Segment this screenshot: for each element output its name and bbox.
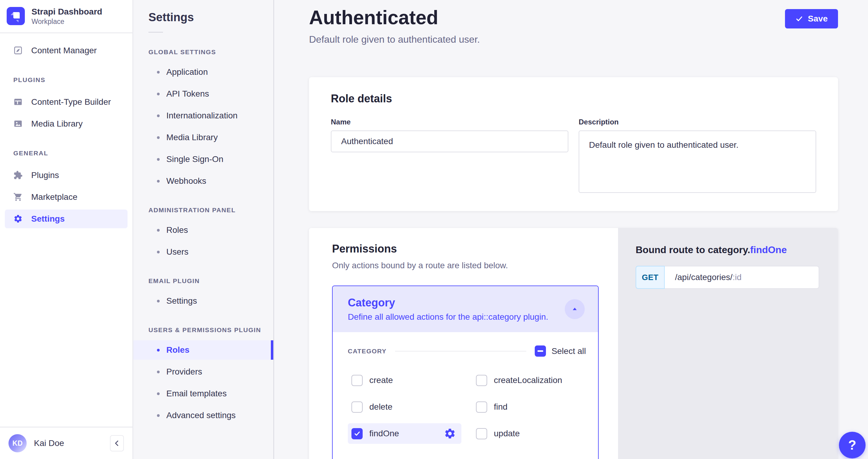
subnav-item-api-tokens[interactable]: API Tokens	[133, 84, 273, 103]
bullet-icon	[157, 114, 160, 117]
permission-row-delete[interactable]: delete	[348, 397, 461, 417]
main-content: Authenticated Save Default role given to…	[274, 0, 868, 459]
bound-route-title: Bound route to category.findOne	[636, 244, 819, 256]
subnav-item-email-settings[interactable]: Settings	[133, 291, 273, 310]
route-path-param: :id	[733, 272, 742, 282]
feather-edit-icon	[13, 46, 23, 55]
subnav-item-providers[interactable]: Providers	[133, 362, 273, 382]
save-button[interactable]: Save	[785, 9, 838, 29]
name-input[interactable]	[331, 131, 568, 152]
check-icon	[795, 15, 803, 23]
checkbox-delete[interactable]	[351, 401, 363, 413]
permission-row-find[interactable]: find	[472, 397, 586, 417]
select-all-label: Select all	[551, 347, 586, 356]
subnav-item-label: Webhooks	[166, 176, 206, 186]
subnav-item-admin-roles[interactable]: Roles	[133, 221, 273, 240]
help-button[interactable]: ?	[839, 432, 866, 458]
subnav-item-label: Single Sign-On	[166, 155, 223, 164]
subnav-item-label: Advanced settings	[166, 411, 236, 420]
name-label: Name	[331, 118, 568, 126]
route-path: /api/categories/:id	[665, 266, 741, 288]
gear-icon	[13, 214, 23, 224]
subnav-item-label: Media Library	[166, 133, 218, 142]
permissions-title: Permissions	[332, 242, 599, 255]
bullet-icon	[157, 300, 160, 302]
description-textarea[interactable]: Default role given to authenticated user…	[579, 131, 816, 193]
settings-subnav: Settings GLOBAL SETTINGS Application API…	[133, 0, 274, 459]
description-label: Description	[579, 118, 816, 126]
subnav-item-advanced-settings[interactable]: Advanced settings	[133, 406, 273, 425]
permission-row-create[interactable]: create	[348, 370, 461, 391]
sidebar-item-content-type-builder[interactable]: Content-Type Builder	[5, 93, 128, 111]
bullet-icon	[157, 71, 160, 73]
role-details-title: Role details	[331, 92, 816, 105]
checkbox-create[interactable]	[351, 375, 363, 386]
collapse-accordion-button[interactable]	[565, 299, 585, 319]
sidebar-item-settings[interactable]: Settings	[5, 209, 128, 228]
chevron-up-icon	[571, 305, 578, 313]
role-details-card: Role details Name Description Default ro…	[309, 77, 838, 211]
main-sidebar: Strapi Dashboard Workplace Content Manag…	[0, 0, 133, 459]
subnav-item-label: Email templates	[166, 389, 227, 398]
app-root: Strapi Dashboard Workplace Content Manag…	[0, 0, 868, 459]
subnav-item-media-library[interactable]: Media Library	[133, 128, 273, 147]
bullet-icon	[157, 180, 160, 183]
sidebar-item-label: Plugins	[31, 170, 59, 180]
bullet-icon	[157, 93, 160, 95]
category-accordion-header[interactable]: Category Define all allowed actions for …	[333, 286, 598, 332]
subnav-item-single-sign-on[interactable]: Single Sign-On	[133, 150, 273, 169]
divider	[395, 351, 527, 352]
chevron-left-icon	[113, 439, 121, 448]
collapse-sidebar-button[interactable]	[110, 435, 124, 452]
checkbox-createlocalization[interactable]	[476, 375, 487, 386]
sidebar-item-media-library[interactable]: Media Library	[5, 114, 128, 133]
permissions-card: Permissions Only actions bound by a rout…	[309, 228, 838, 459]
permission-row-findone[interactable]: findOne	[348, 423, 461, 444]
checkbox-findone[interactable]	[351, 428, 363, 439]
select-all-checkbox[interactable]	[535, 346, 546, 357]
subnav-title: Settings	[149, 11, 273, 24]
subnav-item-label: Application	[166, 67, 208, 77]
sidebar-footer: KD Kai Doe	[0, 427, 132, 459]
bound-route-panel: Bound route to category.findOne GET /api…	[618, 228, 838, 459]
bullet-icon	[157, 158, 160, 161]
checkbox-update[interactable]	[476, 428, 487, 439]
checkbox-find[interactable]	[476, 401, 487, 413]
subnav-item-email-templates[interactable]: Email templates	[133, 384, 273, 403]
avatar[interactable]: KD	[8, 434, 27, 452]
http-method-badge: GET	[636, 266, 665, 289]
permission-settings-gear-icon[interactable]	[443, 427, 457, 440]
subnav-item-label: Roles	[166, 345, 189, 355]
sidebar-item-plugins[interactable]: Plugins	[5, 166, 128, 185]
subnav-item-application[interactable]: Application	[133, 62, 273, 82]
category-accordion-title: Category	[348, 296, 548, 309]
subnav-item-label: Roles	[166, 225, 188, 235]
sidebar-section-general: GENERAL	[13, 150, 128, 157]
category-accordion: Category Define all allowed actions for …	[332, 286, 599, 459]
sidebar-item-marketplace[interactable]: Marketplace	[5, 188, 128, 206]
subnav-item-webhooks[interactable]: Webhooks	[133, 171, 273, 191]
bullet-icon	[157, 392, 160, 395]
brand-subtitle: Workplace	[32, 18, 102, 26]
workspace-switcher[interactable]: Strapi Dashboard Workplace	[0, 0, 132, 32]
sidebar-item-content-manager[interactable]: Content Manager	[5, 41, 128, 60]
subnav-item-label: Providers	[166, 367, 202, 376]
permission-row-createlocalization[interactable]: createLocalization	[472, 370, 586, 391]
subnav-item-up-roles[interactable]: Roles	[133, 340, 273, 360]
subnav-item-internationalization[interactable]: Internationalization	[133, 106, 273, 125]
actions-grid: create createLocalization delete	[348, 370, 586, 444]
category-accordion-body: CATEGORY Select all create	[333, 332, 598, 459]
permission-row-update[interactable]: update	[472, 423, 586, 444]
permissions-subtitle: Only actions bound by a route are listed…	[332, 261, 599, 270]
layout-grid-icon	[13, 97, 23, 106]
category-group-label: CATEGORY	[348, 348, 386, 355]
save-button-label: Save	[808, 14, 828, 24]
divider	[149, 32, 163, 33]
sidebar-section-plugins: PLUGINS	[13, 76, 128, 84]
category-group-row: CATEGORY Select all	[348, 346, 586, 357]
subnav-item-admin-users[interactable]: Users	[133, 242, 273, 262]
subnav-item-label: Internationalization	[166, 111, 238, 121]
bound-route-title-action: findOne	[750, 244, 787, 255]
brand-title: Strapi Dashboard	[32, 7, 102, 17]
bullet-icon	[157, 229, 160, 232]
